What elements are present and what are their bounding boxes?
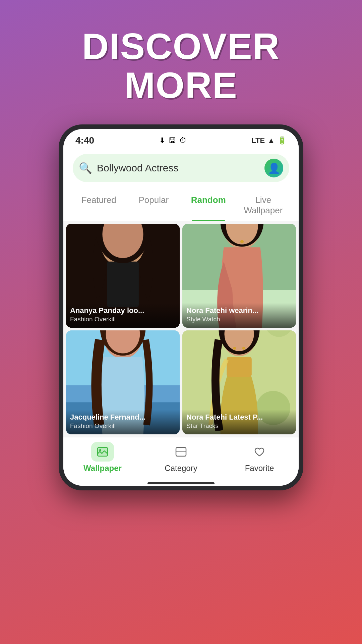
card-title-3: Nora Fatehi Latest P... xyxy=(186,413,292,422)
svg-point-26 xyxy=(242,347,245,350)
nav-wallpaper[interactable]: Wallpaper xyxy=(63,442,142,473)
home-bar xyxy=(147,482,215,484)
card-title-1: Nora Fatehi wearin... xyxy=(186,306,292,315)
tabs-row: Featured Popular Random Live Wallpaper xyxy=(63,185,299,221)
phone-screen: 4:40 ⬇ 🖫 ⏱ LTE ▲ 🔋 🔍 Bollywood Actress 👤 xyxy=(63,129,299,486)
svg-point-29 xyxy=(99,449,101,451)
card-overlay-0: Ananya Panday loo... Fashion Overkill xyxy=(66,303,180,328)
nav-favorite[interactable]: Favorite xyxy=(220,442,299,473)
signal-icon: ▲ xyxy=(267,136,275,145)
timer-icon: ⏱ xyxy=(179,136,187,145)
search-area: 🔍 Bollywood Actress 👤 xyxy=(63,149,299,185)
tab-random[interactable]: Random xyxy=(181,190,236,221)
hero-title: DISCOVER MORE xyxy=(82,27,280,104)
tab-featured[interactable]: Featured xyxy=(71,190,126,221)
card-title-0: Ananya Panday loo... xyxy=(70,306,176,315)
download-icon: ⬇ xyxy=(159,136,165,145)
nav-category[interactable]: Category xyxy=(142,442,220,473)
svg-rect-2 xyxy=(107,262,139,307)
wallpaper-card-2[interactable]: Jacqueline Fernand... Fashion Overkill xyxy=(66,330,180,434)
search-icon: 🔍 xyxy=(79,162,92,174)
phone-mockup: 4:40 ⬇ 🖫 ⏱ LTE ▲ 🔋 🔍 Bollywood Actress 👤 xyxy=(59,124,303,490)
bottom-nav: Wallpaper Category Fav xyxy=(63,437,299,481)
card-title-2: Jacqueline Fernand... xyxy=(70,413,176,422)
card-category-3: Star Tracks xyxy=(186,422,292,430)
card-category-0: Fashion Overkill xyxy=(70,316,176,323)
nav-wallpaper-label: Wallpaper xyxy=(83,464,122,473)
home-indicator xyxy=(63,481,299,486)
search-input[interactable]: Bollywood Actress xyxy=(97,162,260,174)
wallpaper-nav-icon xyxy=(91,442,114,462)
wallpaper-card-0[interactable]: Ananya Panday loo... Fashion Overkill xyxy=(66,224,180,328)
svg-rect-22 xyxy=(227,357,252,377)
nav-favorite-label: Favorite xyxy=(245,464,274,473)
status-bar: 4:40 ⬇ 🖫 ⏱ LTE ▲ 🔋 xyxy=(63,129,299,149)
status-right: LTE ▲ 🔋 xyxy=(251,136,287,145)
card-overlay-2: Jacqueline Fernand... Fashion Overkill xyxy=(66,410,180,434)
network-label: LTE xyxy=(251,136,265,145)
favorite-nav-icon xyxy=(248,442,271,462)
tab-popular[interactable]: Popular xyxy=(126,190,181,221)
wallpaper-grid: Ananya Panday loo... Fashion Overkill xyxy=(63,221,299,437)
svg-point-10 xyxy=(240,240,244,243)
wallpaper-card-1[interactable]: Nora Fatehi wearin... Style Watch xyxy=(182,224,296,328)
svg-point-25 xyxy=(233,347,236,350)
user-avatar[interactable]: 👤 xyxy=(264,159,283,177)
card-category-2: Fashion Overkill xyxy=(70,422,176,430)
status-time: 4:40 xyxy=(75,135,94,146)
card-overlay-1: Nora Fatehi wearin... Style Watch xyxy=(182,303,296,328)
battery-icon: 🔋 xyxy=(278,136,287,145)
card-category-1: Style Watch xyxy=(186,316,292,323)
category-nav-icon xyxy=(170,442,192,462)
nav-category-label: Category xyxy=(165,464,197,473)
card-overlay-3: Nora Fatehi Latest P... Star Tracks xyxy=(182,410,296,434)
storage-icon: 🖫 xyxy=(169,136,176,145)
status-icons: ⬇ 🖫 ⏱ xyxy=(159,136,187,145)
tab-live-wallpaper[interactable]: Live Wallpaper xyxy=(236,190,291,221)
wallpaper-card-3[interactable]: Nora Fatehi Latest P... Star Tracks xyxy=(182,330,296,434)
search-bar[interactable]: 🔍 Bollywood Actress 👤 xyxy=(73,154,289,182)
